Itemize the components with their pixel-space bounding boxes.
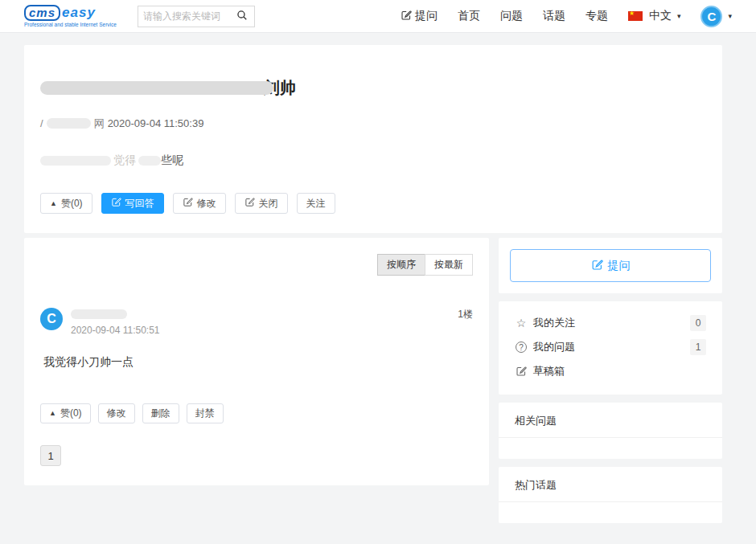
logo-tagline: Professional and stable Internet Service [24,22,117,28]
sidebar: 提问 ☆ 我的关注 0 ? 我的问题 1 [499,238,722,531]
redacted-author-name [71,309,127,319]
related-questions-title: 相关问题 [499,403,722,438]
user-avatar: C [701,6,722,27]
edit-question-button[interactable]: 修改 [173,193,226,214]
answer-header: C 2020-09-04 11:50:51 1楼 [40,308,473,336]
follow-question-button[interactable]: 关注 [297,193,335,214]
question-title: 刘帅 [40,79,706,96]
answer-author-avatar[interactable]: C [40,308,63,330]
sidebar-item-drafts[interactable]: 草稿箱 [515,359,706,383]
nav-questions[interactable]: 问题 [500,9,523,23]
redacted-title-text [40,81,273,95]
question-mark-glyph: ? [516,342,527,353]
write-answer-label: 写回答 [125,197,154,211]
nav-topics[interactable]: 话题 [543,9,565,23]
drafts-label: 草稿箱 [533,364,565,378]
answer-author-info: 2020-09-04 11:50:51 [71,308,160,336]
nav-questions-label: 问题 [500,9,523,23]
answer-sort-tabs: 按顺序 按最新 [40,254,473,276]
avatar-glyph: C [47,312,56,326]
search-icon [236,10,248,23]
question-content: 觉得 些呢 [40,154,706,167]
sidebar-ask-button[interactable]: 提问 [510,249,711,282]
ask-card: 提问 [499,238,722,293]
answer-delete-label: 删除 [151,407,171,420]
sidebar-item-my-follows[interactable]: ☆ 我的关注 0 [515,311,706,335]
content-fragment-end: 些呢 [161,153,183,168]
question-timestamp: 2020-09-04 11:50:39 [108,117,204,129]
hot-topics-panel: 热门话题 [499,467,722,523]
edit-icon [401,10,412,23]
upvote-triangle-icon: ▲ [50,200,57,207]
tab-by-newest[interactable]: 按最新 [425,254,473,276]
search-input[interactable] [143,10,235,22]
question-circle-icon: ? [515,342,528,353]
answer-actions: ▲ 赞(0) 修改 删除 封禁 [40,403,473,423]
chevron-down-icon: ▾ [728,12,732,20]
answer-item: C 2020-09-04 11:50:51 1楼 我觉得小刀帅一点 ▲ 赞( [40,308,473,423]
page: cms easy Professional and stable Interne… [0,0,756,544]
nav-home[interactable]: 首页 [458,9,480,23]
page-button-1[interactable]: 1 [40,445,61,466]
avatar-glyph: C [708,10,717,23]
answer-delete-button[interactable]: 删除 [142,403,179,423]
search-box [138,6,255,27]
edit-question-label: 修改 [197,197,216,211]
question-card: 刘帅 / 网 2020-09-04 11:50:39 觉得 些呢 ▲ 赞(0) [24,45,722,233]
sidebar-ask-label: 提问 [608,259,631,273]
top-header: cms easy Professional and stable Interne… [0,0,756,33]
star-icon: ☆ [515,317,528,329]
author-prefix: / [40,117,43,129]
chevron-down-icon: ▾ [677,12,681,20]
sidebar-item-my-questions[interactable]: ? 我的问题 1 [515,335,706,359]
nav-specials[interactable]: 专题 [585,9,608,23]
answer-like-button[interactable]: ▲ 赞(0) [40,403,91,423]
related-questions-panel: 相关问题 [499,403,722,459]
answers-column: 按顺序 按最新 C 2020-09-04 11:50:51 1楼 我觉得 [24,238,489,485]
edit-icon [111,197,121,210]
hot-topics-title: 热门话题 [499,467,722,502]
follow-question-label: 关注 [306,197,326,211]
edit-icon [244,197,255,210]
close-question-label: 关闭 [259,197,278,211]
question-meta: / 网 2020-09-04 11:50:39 [40,117,706,129]
my-panel: ☆ 我的关注 0 ? 我的问题 1 草稿箱 [499,301,722,395]
answer-edit-button[interactable]: 修改 [98,403,135,423]
nav-topics-label: 话题 [543,9,565,23]
redacted-content-text [40,156,111,166]
answer-ban-button[interactable]: 封禁 [187,403,224,423]
nav-ask-label: 提问 [415,9,438,23]
my-questions-label: 我的问题 [533,340,575,354]
question-actions: ▲ 赞(0) 写回答 修改 [40,193,706,214]
answer-timestamp: 2020-09-04 11:50:51 [71,325,160,336]
author-suffix: 网 [94,117,105,131]
logo-part-easy: easy [62,6,96,19]
tab-by-order[interactable]: 按顺序 [377,254,425,276]
edit-icon [515,366,528,377]
logo-part-cms: cms [24,5,60,21]
search-button[interactable] [235,8,249,25]
answer-ban-label: 封禁 [195,407,215,420]
tab-by-newest-label: 按最新 [434,259,463,270]
edit-icon [183,197,193,210]
user-menu[interactable]: C ▾ [701,6,732,27]
my-questions-count: 1 [690,339,706,355]
site-logo[interactable]: cms easy Professional and stable Interne… [24,5,117,28]
redacted-author-name [47,118,91,129]
answer-edit-label: 修改 [107,407,126,420]
write-answer-button[interactable]: 写回答 [101,193,164,214]
close-question-button[interactable]: 关闭 [235,193,288,214]
two-column-layout: 按顺序 按最新 C 2020-09-04 11:50:51 1楼 我觉得 [24,238,722,531]
nav-specials-label: 专题 [585,9,608,23]
edit-icon [591,259,603,273]
answer-like-label: 赞(0) [60,407,82,420]
tab-by-order-label: 按顺序 [387,259,416,270]
nav-ask[interactable]: 提问 [401,9,438,23]
language-selector[interactable]: ★ 中文 ▾ [628,9,681,23]
china-flag-icon: ★ [628,11,643,21]
answer-floor-number: 1楼 [458,308,473,336]
my-follows-count: 0 [690,315,706,331]
hot-topics-body [499,502,722,523]
like-button[interactable]: ▲ 赞(0) [40,193,92,214]
my-follows-label: 我的关注 [533,316,575,330]
